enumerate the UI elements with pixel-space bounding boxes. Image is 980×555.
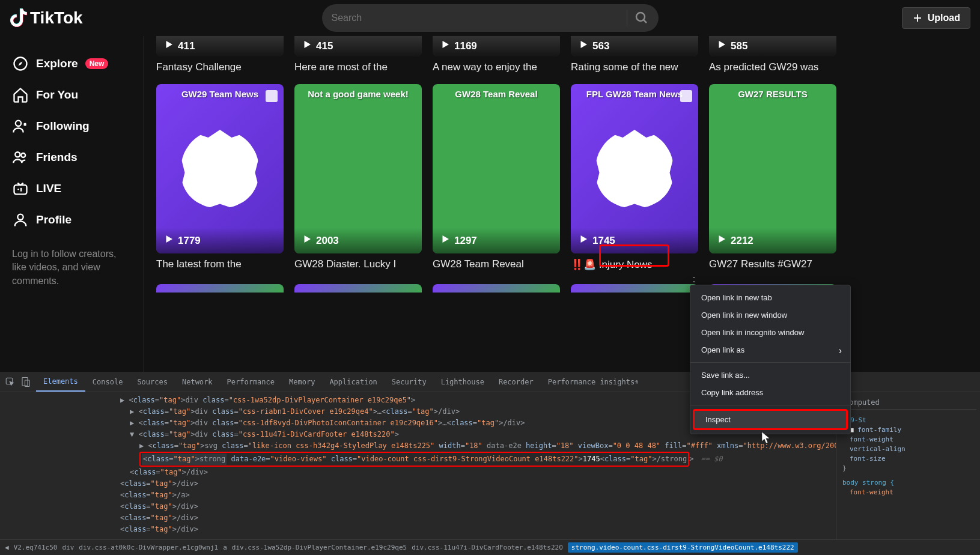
sidebar-item-following[interactable]: Following: [5, 111, 139, 142]
view-count: 1779: [178, 235, 201, 247]
devtools-tab-elements[interactable]: Elements: [36, 372, 85, 392]
upload-button[interactable]: Upload: [902, 7, 970, 29]
dom-node[interactable]: <class="tag">/div>: [120, 524, 836, 535]
video-title[interactable]: A new way to enjoy the: [433, 61, 560, 73]
context-menu-copy-link-address[interactable]: Copy link address: [690, 384, 850, 401]
video-title[interactable]: As predicted GW29 was: [709, 61, 836, 73]
styles-panel[interactable]: Computed st9-St ■ font-family font-weigh…: [836, 392, 980, 539]
breadcrumb-item[interactable]: div.css-1wa52dp-DivPlayerContainer.e19c2…: [232, 544, 407, 551]
devtools-tab-application[interactable]: Application: [322, 372, 384, 392]
play-icon: [302, 39, 312, 53]
dom-node[interactable]: <class="tag">/div>: [120, 467, 836, 478]
inspect-mode-icon[interactable]: [5, 377, 16, 387]
devtools-tab-performance[interactable]: Performance: [220, 372, 282, 392]
context-menu-open-link-in-new-tab[interactable]: Open link in new tab: [690, 289, 850, 306]
thumb-overlay-text: Not a good game week!: [294, 89, 422, 99]
device-toggle-icon[interactable]: [20, 377, 31, 387]
view-count: 563: [592, 40, 609, 52]
sidebar-item-for-you[interactable]: For You: [5, 79, 139, 111]
play-icon: [302, 234, 312, 247]
dom-node[interactable]: <class="tag">/div>: [120, 501, 836, 512]
video-title[interactable]: Fantasy Challenge: [156, 61, 284, 73]
video-thumb[interactable]: GW28 Team Reveal 1297: [433, 84, 560, 253]
devtools-tab-recorder[interactable]: Recorder: [492, 372, 541, 392]
sidebar-item-friends[interactable]: Friends: [5, 142, 139, 173]
breadcrumb-item[interactable]: strong.video-count.css-dirst9-StrongVide…: [568, 542, 798, 553]
search-input[interactable]: [332, 13, 619, 23]
video-title[interactable]: GW28 Team Reveal: [433, 258, 560, 270]
play-icon: [440, 234, 451, 247]
sidebar-item-explore[interactable]: ExploreNew: [5, 48, 139, 79]
play-icon: [578, 234, 589, 247]
thumb-overlay-text: GW27 RESULTS: [709, 89, 836, 99]
devtools-tab-memory[interactable]: Memory: [282, 372, 322, 392]
live-icon: [12, 180, 29, 197]
breadcrumb-item[interactable]: div.css-at0k0c-DivWrapper.e1cg0wnj1: [79, 544, 218, 551]
devtools-tab-console[interactable]: Console: [85, 372, 130, 392]
view-count: 2003: [316, 235, 339, 247]
nav-label: LIVE: [36, 182, 61, 195]
video-title[interactable]: The latest from the: [156, 258, 284, 270]
video-title[interactable]: Rating some of the new: [571, 61, 698, 73]
compass-icon: [12, 55, 29, 72]
context-menu-open-link-in-new-window[interactable]: Open link in new window: [690, 306, 850, 324]
devtools-tab-security[interactable]: Security: [385, 372, 434, 392]
svg-point-11: [17, 214, 23, 220]
video-thumb[interactable]: [156, 284, 284, 293]
play-icon: [440, 39, 451, 53]
view-count: 1169: [454, 40, 477, 52]
context-menu-open-link-as[interactable]: Open link as: [690, 341, 850, 359]
video-thumb[interactable]: 563: [571, 36, 698, 56]
search-icon[interactable]: [635, 11, 649, 25]
video-thumb[interactable]: Not a good game week! 2003: [294, 84, 422, 253]
login-prompt: Log in to follow creators, like videos, …: [5, 235, 139, 295]
video-thumb[interactable]: 1169: [433, 36, 560, 56]
context-menu: Open link in new tabOpen link in new win…: [690, 285, 851, 434]
breadcrumb-item[interactable]: div.css-11u47i-DivCardFooter.e148ts220: [412, 544, 563, 551]
person-icon: [12, 211, 29, 228]
video-thumb[interactable]: 585: [709, 36, 836, 56]
context-menu-open-link-in-incognito-window[interactable]: Open link in incognito window: [690, 324, 850, 341]
sidebar-item-profile[interactable]: Profile: [5, 204, 139, 235]
thumb-overlay-text: FPL GW28 Team News: [571, 89, 698, 99]
nav-label: Friends: [36, 151, 78, 164]
video-thumb[interactable]: 415: [294, 36, 422, 56]
tiktok-logo[interactable]: TikTok: [10, 8, 83, 28]
video-thumb[interactable]: [433, 284, 560, 293]
thumb-overlay-text: GW28 Team Reveal: [433, 89, 560, 99]
friends-icon: [12, 149, 29, 166]
search-bar[interactable]: [322, 4, 659, 32]
video-thumb[interactable]: 411: [156, 36, 284, 56]
video-title[interactable]: Here are most of the: [294, 61, 422, 73]
devtools-breadcrumb[interactable]: ◀ V2.eq741c50divdiv.css-at0k0c-DivWrappe…: [0, 539, 980, 555]
video-thumb[interactable]: GW27 RESULTS 2212: [709, 84, 836, 253]
dom-node[interactable]: <class="tag">/div>: [120, 512, 836, 524]
styles-tab-computed[interactable]: Computed: [840, 396, 976, 410]
devtools-tab-network[interactable]: Network: [175, 372, 220, 392]
svg-point-7: [21, 153, 25, 157]
video-title[interactable]: GW27 Results #GW27: [709, 258, 836, 270]
video-thumb[interactable]: FPL GW28 Team News 1745: [571, 84, 698, 253]
breadcrumb-item[interactable]: a: [223, 544, 227, 551]
devtools-tab-performance-insights[interactable]: Performance insights ⚗: [541, 372, 646, 392]
search-separator: [627, 10, 627, 26]
devtools-tab-sources[interactable]: Sources: [130, 372, 175, 392]
dom-node[interactable]: ▶ <class="tag">svg class="like-icon css-…: [120, 440, 836, 452]
video-title[interactable]: ‼️🚨 Injury News: [571, 258, 698, 271]
sidebar-item-live[interactable]: LIVE: [5, 173, 139, 204]
context-menu-inspect[interactable]: Inspect: [693, 409, 848, 430]
breadcrumb-item[interactable]: div: [62, 544, 74, 551]
nav-label: For You: [36, 88, 78, 102]
tiktok-icon: [10, 8, 28, 28]
video-thumb[interactable]: GW29 Team News 1779: [156, 84, 284, 253]
dom-node[interactable]: <class="tag">strong data-e2e="video-view…: [120, 452, 836, 467]
breadcrumb-item[interactable]: V2.eq741c50: [14, 544, 58, 551]
svg-point-9: [17, 189, 19, 190]
devtools-tab-lighthouse[interactable]: Lighthouse: [434, 372, 492, 392]
video-thumb[interactable]: [294, 284, 422, 293]
dom-node[interactable]: <class="tag">/a>: [120, 490, 836, 501]
context-menu-save-link-as-[interactable]: Save link as...: [690, 366, 850, 384]
video-thumb[interactable]: [571, 284, 698, 293]
video-title[interactable]: GW28 Diaster. Lucky I: [294, 258, 422, 270]
dom-node[interactable]: <class="tag">/div>: [120, 478, 836, 490]
